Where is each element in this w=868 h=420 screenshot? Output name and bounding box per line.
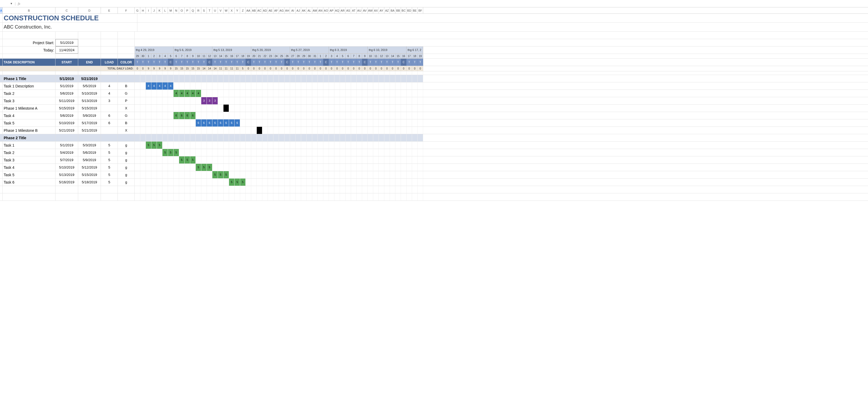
- gantt-cell[interactable]: [168, 179, 174, 186]
- gantt-cell[interactable]: [185, 142, 190, 149]
- gantt-cell[interactable]: [379, 104, 384, 112]
- gantt-cell[interactable]: [279, 90, 284, 97]
- gantt-cell[interactable]: [351, 112, 356, 119]
- gantt-cell[interactable]: [146, 179, 151, 186]
- gantt-cell[interactable]: [417, 97, 423, 104]
- task-color[interactable]: X: [118, 127, 135, 134]
- task-row[interactable]: Task 35/7/20195/9/20195g555: [0, 156, 868, 164]
- gantt-cell[interactable]: [162, 127, 168, 134]
- gantt-cell[interactable]: [284, 82, 290, 90]
- gantt-cell[interactable]: [318, 134, 323, 141]
- gantt-cell[interactable]: [157, 90, 162, 97]
- gantt-cell[interactable]: [190, 142, 196, 149]
- gantt-cell[interactable]: [334, 156, 340, 163]
- gantt-cell[interactable]: [240, 164, 246, 171]
- gantt-cell[interactable]: [151, 164, 157, 171]
- gantt-cell[interactable]: [356, 164, 362, 171]
- gantt-cell[interactable]: [340, 90, 345, 97]
- gantt-bar-segment[interactable]: [185, 75, 190, 82]
- gantt-bar-segment[interactable]: [151, 75, 157, 82]
- gantt-cell[interactable]: [412, 127, 417, 134]
- gantt-cell[interactable]: [201, 149, 207, 156]
- gantt-cell[interactable]: [251, 119, 257, 126]
- task-name[interactable]: Task 3: [3, 97, 56, 104]
- col-header-K[interactable]: K: [157, 7, 162, 13]
- gantt-cell[interactable]: [279, 142, 284, 149]
- gantt-cell[interactable]: [412, 142, 417, 149]
- gantt-cell[interactable]: [246, 119, 251, 126]
- gantt-cell[interactable]: [168, 90, 174, 97]
- gantt-cell[interactable]: [329, 112, 334, 119]
- gantt-cell[interactable]: [329, 142, 334, 149]
- gantt-cell[interactable]: [307, 179, 312, 186]
- gantt-cell[interactable]: [417, 134, 423, 141]
- gantt-cell[interactable]: [212, 90, 218, 97]
- gantt-cell[interactable]: [146, 119, 151, 126]
- col-header-M[interactable]: M: [168, 7, 174, 13]
- gantt-cell[interactable]: [229, 104, 235, 112]
- gantt-cell[interactable]: [356, 82, 362, 90]
- gantt-cell[interactable]: [279, 112, 284, 119]
- gantt-cell[interactable]: [190, 82, 196, 90]
- gantt-cell[interactable]: [384, 112, 390, 119]
- gantt-cell[interactable]: [340, 142, 345, 149]
- gantt-cell[interactable]: [212, 164, 218, 171]
- gantt-cell[interactable]: [362, 97, 368, 104]
- gantt-cell[interactable]: [218, 149, 223, 156]
- gantt-bar-segment[interactable]: 5: [196, 164, 201, 171]
- gantt-cell[interactable]: [235, 149, 240, 156]
- gantt-cell[interactable]: [212, 127, 218, 134]
- gantt-cell[interactable]: [284, 97, 290, 104]
- gantt-cell[interactable]: [218, 112, 223, 119]
- gantt-cell[interactable]: [373, 164, 379, 171]
- gantt-cell[interactable]: [212, 104, 218, 112]
- gantt-cell[interactable]: [268, 112, 273, 119]
- gantt-bar-segment[interactable]: 6: [223, 119, 229, 126]
- gantt-cell[interactable]: [279, 97, 284, 104]
- gantt-cell[interactable]: [168, 142, 174, 149]
- gantt-bar-segment[interactable]: 4: [174, 90, 179, 97]
- gantt-bar-segment[interactable]: 5: [168, 149, 174, 156]
- gantt-cell[interactable]: [307, 149, 312, 156]
- gantt-cell[interactable]: [235, 104, 240, 112]
- gantt-cell[interactable]: [312, 156, 318, 163]
- gantt-cell[interactable]: [223, 134, 229, 141]
- gantt-cell[interactable]: [201, 127, 207, 134]
- gantt-cell[interactable]: [379, 119, 384, 126]
- col-header-AH[interactable]: AH: [284, 7, 290, 13]
- task-color[interactable]: P: [118, 97, 135, 104]
- col-header-AZ[interactable]: AZ: [384, 7, 390, 13]
- gantt-cell[interactable]: [406, 119, 412, 126]
- task-name[interactable]: Task 2: [3, 90, 56, 97]
- gantt-cell[interactable]: [290, 127, 296, 134]
- gantt-cell[interactable]: [368, 119, 373, 126]
- gantt-cell[interactable]: [396, 104, 401, 112]
- task-load[interactable]: 6: [101, 119, 118, 126]
- gantt-cell[interactable]: [135, 82, 140, 90]
- gantt-cell[interactable]: [323, 127, 329, 134]
- gantt-bar-segment[interactable]: [257, 75, 262, 82]
- gantt-cell[interactable]: [246, 179, 251, 186]
- gantt-cell[interactable]: [240, 104, 246, 112]
- gantt-cell[interactable]: [417, 171, 423, 178]
- gantt-cell[interactable]: [406, 134, 412, 141]
- gantt-cell[interactable]: [262, 171, 268, 178]
- gantt-cell[interactable]: [279, 179, 284, 186]
- name-box[interactable]: ▼: [2, 2, 13, 5]
- gantt-cell[interactable]: [284, 127, 290, 134]
- gantt-cell[interactable]: [323, 149, 329, 156]
- gantt-cell[interactable]: [351, 164, 356, 171]
- formula-input[interactable]: [23, 0, 866, 7]
- gantt-cell[interactable]: [384, 90, 390, 97]
- gantt-cell[interactable]: [229, 134, 235, 141]
- gantt-cell[interactable]: [301, 179, 307, 186]
- gantt-cell[interactable]: [390, 112, 396, 119]
- gantt-cell[interactable]: [246, 164, 251, 171]
- gantt-cell[interactable]: [251, 97, 257, 104]
- col-header-W[interactable]: W: [223, 7, 229, 13]
- gantt-cell[interactable]: [190, 119, 196, 126]
- task-color[interactable]: g: [118, 164, 135, 171]
- gantt-cell[interactable]: [262, 156, 268, 163]
- gantt-cell[interactable]: [140, 149, 146, 156]
- task-load[interactable]: [101, 75, 118, 82]
